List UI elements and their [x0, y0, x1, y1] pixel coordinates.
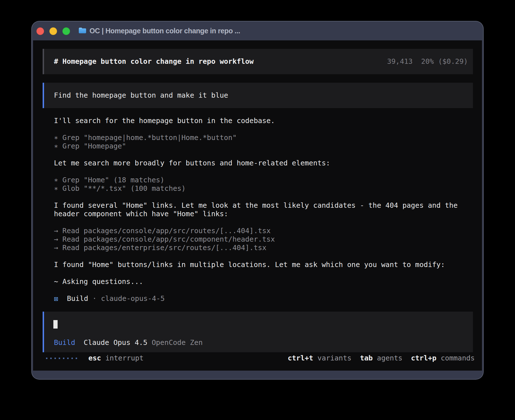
- minimize-button[interactable]: [49, 27, 57, 35]
- esc-key-label: interrupt: [101, 354, 144, 362]
- text-cursor: [53, 320, 58, 329]
- commands-key-label: commands: [437, 354, 475, 362]
- assistant-text: header component which have "Home" links…: [54, 210, 228, 218]
- user-message-text: Find the homepage button and make it blu…: [54, 91, 228, 100]
- close-button[interactable]: [36, 27, 44, 35]
- tool-call-read: → Read packages/enterprise/src/routes/[.…: [54, 244, 267, 252]
- session-stats: 39,413 20% ($0.29): [387, 57, 468, 66]
- input-model-label: Claude Opus 4.5: [75, 338, 152, 347]
- terminal-window: OC | Homepage button color change in rep…: [32, 21, 483, 379]
- agent-badge-icon: [54, 297, 58, 301]
- assistant-text: Let me search more broadly for buttons a…: [54, 159, 330, 167]
- assistant-text: I found several "Home" links. Let me loo…: [54, 201, 458, 210]
- window-titlebar[interactable]: OC | Homepage button color change in rep…: [32, 21, 483, 40]
- agent-badge-name: Build: [67, 294, 88, 303]
- variants-key-hint: ctrl+t: [288, 354, 313, 362]
- tool-call-grep: ∗ Grep "Home" (18 matches): [54, 176, 164, 184]
- terminal-content: # Homepage button color change in repo w…: [33, 40, 482, 371]
- tool-call-read: → Read packages/console/app/src/routes/[…: [54, 227, 271, 235]
- spinner-dot: [63, 358, 64, 359]
- agent-badge-model: claude-opus-4-5: [101, 294, 165, 303]
- spinner-dot: [71, 358, 73, 359]
- agent-badge: Build · claude-opus-4-5: [67, 294, 165, 303]
- input-provider-label: OpenCode Zen: [152, 338, 203, 347]
- asking-questions-status: ~ Asking questions...: [54, 277, 143, 286]
- agents-key-label: agents: [373, 354, 411, 362]
- tool-call-grep: ∗ Grep "homepage|home.*button|Home.*butt…: [54, 134, 237, 142]
- window-title: OC | Homepage button color change in rep…: [90, 21, 240, 40]
- assistant-text: I found "Home" buttons/links in multiple…: [54, 261, 445, 269]
- status-shortcuts: ctrl+t variants tab agents ctrl+p comman…: [288, 354, 475, 362]
- agents-key-hint: tab: [360, 354, 373, 362]
- commands-key-hint: ctrl+p: [411, 354, 437, 362]
- spinner-dot: [67, 358, 69, 359]
- status-interrupt-hint: esc interrupt: [88, 354, 144, 362]
- spinner-dot: [59, 358, 60, 359]
- tool-call-glob: ∗ Glob "**/*.tsx" (100 matches): [54, 184, 186, 193]
- prompt-input[interactable]: Build Claude Opus 4.5 OpenCode Zen: [43, 312, 473, 352]
- tool-call-grep: ∗ Grep "Homepage": [54, 142, 126, 150]
- session-title: # Homepage button color change in repo w…: [54, 57, 254, 66]
- spinner-dot: [50, 358, 52, 359]
- tool-call-read: → Read packages/console/app/src/componen…: [54, 235, 275, 244]
- folder-icon: [78, 27, 87, 35]
- assistant-text: I'll search for the homepage button in t…: [54, 117, 275, 125]
- separator-dot: ·: [88, 294, 101, 303]
- input-footer: Build Claude Opus 4.5 OpenCode Zen: [54, 338, 203, 347]
- spinner-dot: [46, 358, 47, 359]
- session-header-block: # Homepage button color change in repo w…: [43, 49, 473, 74]
- spinner-dot: [76, 358, 77, 359]
- user-message-block: Find the homepage button and make it blu…: [43, 83, 473, 108]
- spinner-dot: [54, 358, 56, 359]
- input-agent-label: Build: [54, 338, 75, 347]
- esc-key-hint: esc: [88, 354, 101, 362]
- variants-key-label: variants: [313, 354, 360, 362]
- zoom-button[interactable]: [62, 27, 70, 35]
- spinner-dots: [46, 354, 77, 362]
